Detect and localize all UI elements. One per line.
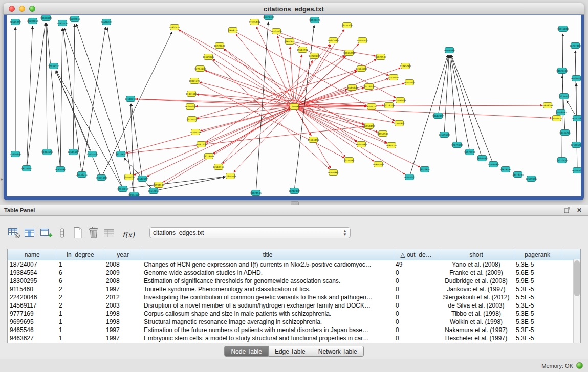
network-svg[interactable]: 1724056518220638161298261275413310861223… (7, 15, 581, 196)
graph-node[interactable]: 18061228 (195, 142, 207, 147)
graph-node[interactable]: 72544020 (123, 174, 135, 180)
scrollbar-thumb[interactable] (574, 260, 580, 296)
graph-node[interactable]: 16212657 (115, 151, 126, 157)
graph-node[interactable]: 18775105 (404, 80, 415, 85)
import-table-icon[interactable] (102, 226, 117, 239)
modify-table-icon[interactable] (7, 226, 21, 239)
graph-node[interactable]: 11431683 (186, 91, 197, 97)
graph-node[interactable]: 18954122 (128, 192, 140, 197)
graph-node[interactable]: 13005175 (86, 151, 98, 157)
graph-node[interactable]: 15959399 (542, 103, 553, 108)
column-header-pagerank[interactable]: pagerank (514, 249, 561, 260)
graph-node[interactable]: 16640910 (284, 39, 295, 45)
graph-node[interactable]: 15184454 (308, 137, 319, 143)
graph-edge[interactable] (223, 106, 294, 164)
graph-node[interactable]: 17240565 (289, 104, 300, 110)
graph-node[interactable]: 19613784 (297, 47, 308, 53)
graph-node[interactable]: 18220638 (214, 43, 225, 49)
graph-node[interactable]: 19565717 (10, 19, 21, 25)
graph-node[interactable]: 15905135 (57, 20, 68, 26)
graph-node[interactable]: 11544901 (394, 121, 405, 126)
graph-node[interactable]: 16129826 (203, 54, 214, 60)
memory-status-icon[interactable] (576, 362, 583, 369)
graph-edge[interactable] (73, 24, 75, 152)
close-panel-icon[interactable]: ✕ (575, 206, 584, 214)
graph-node[interactable]: 16127537 (375, 54, 386, 60)
graph-node[interactable]: 18130426 (309, 17, 320, 23)
show-columns-icon[interactable] (23, 226, 37, 239)
graph-edge[interactable] (107, 27, 134, 195)
graph-node[interactable]: 12754161 (343, 158, 355, 163)
graph-node[interactable]: 18724007 (21, 166, 32, 171)
graph-edge[interactable] (451, 55, 493, 164)
graph-node[interactable]: 12100554 (571, 142, 581, 148)
table-row[interactable]: 969969511998Structural magnetic resonanc… (8, 318, 580, 326)
graph-edge[interactable] (294, 55, 302, 106)
graph-node[interactable]: 18125434 (271, 29, 282, 34)
graph-node[interactable]: 17654149 (225, 173, 236, 179)
graph-node[interactable]: 18164610 (346, 85, 358, 91)
graph-node[interactable]: 16212432 (289, 188, 300, 194)
graph-node[interactable]: 12116210 (363, 84, 375, 90)
table-row[interactable]: 911546021997Tourette syndrome. Phenomeno… (8, 285, 580, 293)
graph-node[interactable]: 17485083 (400, 63, 411, 69)
graph-edge[interactable] (224, 49, 294, 106)
graph-node[interactable]: 10474712 (357, 38, 368, 43)
graph-edge[interactable] (220, 46, 357, 141)
graph-node[interactable]: 16202612 (69, 16, 80, 22)
tab-edge-table[interactable]: Edge Table (269, 346, 312, 357)
graph-node[interactable]: 13220171 (309, 53, 320, 59)
graph-node[interactable]: 16240207 (185, 104, 196, 110)
graph-node[interactable]: 19613785 (328, 38, 339, 43)
graph-edge[interactable] (213, 59, 294, 106)
table-row[interactable]: 946554611997Estimation of the future num… (8, 326, 580, 334)
graph-node[interactable]: 12125439 (249, 19, 260, 25)
graph-node[interactable]: 12620650 (10, 151, 21, 157)
table-row[interactable]: 1872400712008Changes of HCN gene express… (8, 260, 580, 269)
graph-node[interactable]: 26200650 (27, 18, 38, 24)
graph-node[interactable]: 14957944 (377, 131, 388, 137)
graph-node[interactable]: 18055493 (356, 142, 367, 147)
graph-edge[interactable] (56, 71, 123, 189)
graph-edge[interactable] (163, 106, 294, 182)
table-scrollbar[interactable] (573, 259, 580, 343)
graph-edge[interactable] (256, 22, 268, 193)
new-file-icon[interactable] (71, 226, 85, 239)
graph-node[interactable]: 18954148 (373, 162, 384, 167)
table-selector-combobox[interactable]: citations_edges.txt ▲▼ (149, 227, 351, 238)
graph-node[interactable]: 14754148 (190, 129, 201, 135)
graph-edge[interactable] (47, 23, 60, 169)
network-canvas[interactable]: 1724056518220638161298261275413310861223… (7, 15, 581, 196)
column-header-name[interactable]: name (8, 249, 57, 260)
graph-node[interactable]: 12757512 (186, 117, 198, 122)
graph-node[interactable]: 12612113 (213, 164, 224, 170)
table-row[interactable]: 1938455462009Genome-wide association stu… (8, 269, 580, 277)
graph-node[interactable]: 16512657 (137, 176, 148, 182)
graph-node[interactable]: 14619107 (101, 19, 112, 25)
graph-edge[interactable] (562, 76, 565, 133)
column-header-short[interactable]: short (439, 249, 514, 260)
graph-edge[interactable] (130, 104, 134, 195)
window-titlebar[interactable]: citations_edges.txt (4, 3, 584, 15)
graph-node[interactable]: 18126258 (343, 50, 355, 56)
table-row[interactable]: 2242004622012Investigating the contribut… (8, 293, 580, 301)
graph-node[interactable]: 16219066 (203, 154, 214, 159)
graph-node[interactable]: 16012857 (419, 167, 430, 172)
graph-node[interactable]: 18128309 (40, 15, 52, 21)
hide-panel-arrow[interactable]: ▸ (1, 176, 3, 182)
graph-node[interactable]: 16679194 (500, 167, 511, 172)
graph-node[interactable]: 11543090 (555, 110, 567, 115)
graph-node[interactable]: 18955741 (386, 143, 397, 148)
graph-edge[interactable] (294, 106, 374, 161)
table-row[interactable]: 977716911998Corpus callosum shape and si… (8, 310, 580, 318)
graph-node[interactable]: 16518861 (328, 170, 339, 176)
table-row[interactable]: 946362711997Embryonic stem cells: a mode… (8, 334, 580, 342)
graph-edge[interactable] (121, 126, 364, 154)
graph-node[interactable]: 19448794 (444, 48, 455, 53)
close-window-button[interactable] (9, 6, 15, 12)
graph-node[interactable]: 19384554 (41, 149, 53, 155)
graph-node[interactable]: 16151434 (341, 23, 353, 28)
graph-node[interactable]: 18429001 (571, 76, 581, 81)
graph-node[interactable]: 14579190 (439, 132, 450, 138)
graph-edge[interactable] (134, 106, 294, 175)
